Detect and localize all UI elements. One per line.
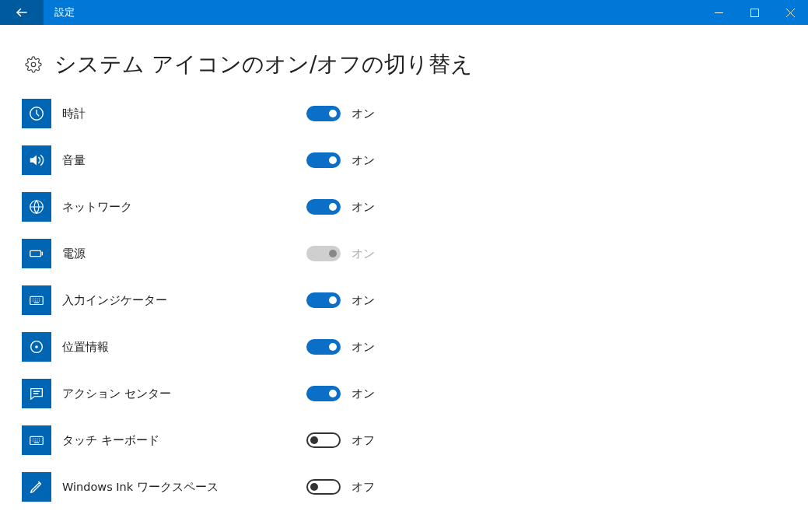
toggle-state-label: オン xyxy=(352,387,375,401)
battery-icon-tile xyxy=(22,239,51,268)
svg-point-23 xyxy=(35,345,38,348)
close-button[interactable] xyxy=(772,0,808,25)
titlebar: 設定 xyxy=(0,0,808,25)
toggle-knob xyxy=(310,436,318,444)
clock-icon xyxy=(28,105,45,122)
toggle-touch-keyboard[interactable] xyxy=(306,432,341,448)
page-title: システム アイコンのオン/オフの切り替え xyxy=(54,50,473,79)
toggle-state-label: オン xyxy=(352,247,375,261)
setting-row-location: 位置情報オン xyxy=(22,324,780,370)
toggle-action-center[interactable] xyxy=(306,386,341,401)
svg-marker-7 xyxy=(30,156,37,166)
back-button[interactable] xyxy=(0,0,44,25)
toggle-ink-workspace[interactable] xyxy=(306,479,341,495)
toggle-cell: オフ xyxy=(306,432,375,448)
window-title: 設定 xyxy=(44,0,75,25)
setting-label: 位置情報 xyxy=(62,340,296,355)
toggle-state-label: オン xyxy=(352,200,375,215)
toggle-ime[interactable] xyxy=(306,292,341,308)
gear-icon xyxy=(25,56,42,73)
setting-row-clock: 時計オン xyxy=(22,90,780,137)
pen-icon-tile xyxy=(22,472,51,502)
setting-row-network: ネットワークオン xyxy=(22,184,780,230)
toggle-knob xyxy=(329,296,337,304)
toggle-knob xyxy=(329,110,337,117)
page-header: システム アイコンのオン/オフの切り替え xyxy=(22,40,786,90)
toggle-knob xyxy=(329,156,337,164)
toggle-state-label: オン xyxy=(352,153,375,168)
setting-row-ime: 入力インジケーターオン xyxy=(22,277,780,324)
toggle-power xyxy=(306,246,341,261)
toggle-knob xyxy=(310,483,318,491)
toggle-network[interactable] xyxy=(306,199,341,215)
pen-icon xyxy=(28,478,45,495)
volume-icon xyxy=(28,152,45,169)
toggle-cell: オフ xyxy=(306,479,375,495)
setting-label: Windows Ink ワークスペース xyxy=(62,480,296,495)
toggle-cell: オン xyxy=(306,199,375,215)
toggle-state-label: オフ xyxy=(352,480,375,495)
setting-label: タッチ キーボード xyxy=(62,433,296,448)
window-body: システム アイコンのオン/オフの切り替え 時計オン音量オンネットワークオン電源オ… xyxy=(0,25,808,532)
target-icon-tile xyxy=(22,332,51,362)
toggle-cell: オン xyxy=(306,106,375,121)
setting-label: ネットワーク xyxy=(62,200,296,215)
setting-label: 電源 xyxy=(62,247,296,261)
toggle-cell: オン xyxy=(306,246,375,261)
minimize-button[interactable] xyxy=(701,0,736,25)
message-icon-tile xyxy=(22,379,51,408)
svg-rect-2 xyxy=(750,9,758,16)
arrow-left-icon xyxy=(15,5,29,19)
target-icon xyxy=(28,338,45,355)
toggle-knob xyxy=(329,343,337,351)
globe-icon xyxy=(28,198,45,215)
clock-icon-tile xyxy=(22,99,51,128)
battery-icon xyxy=(28,245,45,262)
toggle-location[interactable] xyxy=(306,339,341,355)
maximize-button[interactable] xyxy=(736,0,772,25)
message-icon xyxy=(28,385,45,402)
setting-row-volume: 音量オン xyxy=(22,137,780,184)
keyboard-icon xyxy=(28,432,45,449)
toggle-state-label: オン xyxy=(352,293,375,308)
setting-label: 時計 xyxy=(62,107,296,121)
toggle-state-label: オン xyxy=(352,107,375,121)
setting-label: アクション センター xyxy=(62,387,296,401)
window-controls xyxy=(701,0,808,25)
globe-icon-tile xyxy=(22,192,51,222)
toggle-knob xyxy=(329,203,337,211)
close-icon xyxy=(786,9,795,17)
setting-row-ink-workspace: Windows Ink ワークスペースオフ xyxy=(22,464,780,510)
setting-row-power: 電源オン xyxy=(22,230,780,277)
svg-rect-26 xyxy=(30,436,44,444)
svg-point-5 xyxy=(31,62,36,67)
keyboard-icon xyxy=(28,292,45,309)
toggle-knob xyxy=(329,390,337,397)
toggle-volume[interactable] xyxy=(306,152,341,168)
svg-rect-12 xyxy=(30,296,44,304)
toggle-clock[interactable] xyxy=(306,106,341,121)
setting-label: 入力インジケーター xyxy=(62,293,296,308)
volume-icon-tile xyxy=(22,145,51,175)
settings-window: 設定 システム アイコンのオン/オフの切り替え xyxy=(0,0,808,532)
maximize-icon xyxy=(750,9,759,17)
toggle-cell: オン xyxy=(306,386,375,401)
toggle-state-label: オフ xyxy=(352,433,375,448)
keyboard-icon-tile xyxy=(22,425,51,455)
setting-row-touch-keyboard: タッチ キーボードオフ xyxy=(22,417,780,464)
toggle-cell: オン xyxy=(306,339,375,355)
svg-rect-10 xyxy=(30,250,41,256)
minimize-icon xyxy=(715,9,723,17)
settings-list[interactable]: 時計オン音量オンネットワークオン電源オン入力インジケーターオン位置情報オンアクシ… xyxy=(22,90,786,532)
toggle-state-label: オン xyxy=(352,340,375,355)
setting-label: 音量 xyxy=(62,153,296,168)
keyboard-icon-tile xyxy=(22,285,51,315)
toggle-cell: オン xyxy=(306,292,375,308)
setting-row-action-center: アクション センターオン xyxy=(22,370,780,417)
toggle-knob xyxy=(329,250,337,257)
content-area: システム アイコンのオン/オフの切り替え 時計オン音量オンネットワークオン電源オ… xyxy=(0,25,808,532)
toggle-cell: オン xyxy=(306,152,375,168)
